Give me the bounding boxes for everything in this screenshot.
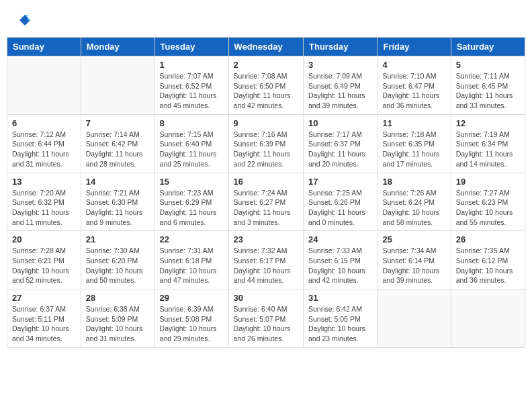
day-info: Sunrise: 7:14 AM Sunset: 6:42 PM Dayligh… xyxy=(86,130,150,169)
day-info: Sunrise: 7:19 AM Sunset: 6:34 PM Dayligh… xyxy=(456,130,520,169)
day-number: 20 xyxy=(12,234,76,244)
day-info: Sunrise: 7:16 AM Sunset: 6:39 PM Dayligh… xyxy=(234,130,298,169)
day-number: 29 xyxy=(160,293,224,303)
day-info: Sunrise: 7:33 AM Sunset: 6:15 PM Dayligh… xyxy=(308,246,372,285)
day-header-sunday: Sunday xyxy=(7,38,81,56)
calendar-cell: 14Sunrise: 7:21 AM Sunset: 6:30 PM Dayli… xyxy=(81,173,154,231)
day-number: 2 xyxy=(234,60,298,70)
day-number: 27 xyxy=(12,293,76,303)
week-row-5: 27Sunrise: 6:37 AM Sunset: 5:11 PM Dayli… xyxy=(7,289,525,348)
calendar-cell: 8Sunrise: 7:15 AM Sunset: 6:40 PM Daylig… xyxy=(154,114,228,173)
day-info: Sunrise: 7:07 AM Sunset: 6:52 PM Dayligh… xyxy=(160,71,224,111)
calendar-cell: 10Sunrise: 7:17 AM Sunset: 6:37 PM Dayli… xyxy=(304,114,378,173)
calendar-cell: 20Sunrise: 7:28 AM Sunset: 6:21 PM Dayli… xyxy=(7,231,81,289)
day-info: Sunrise: 7:17 AM Sunset: 6:37 PM Dayligh… xyxy=(308,130,372,169)
day-number: 16 xyxy=(234,177,298,187)
day-info: Sunrise: 7:24 AM Sunset: 6:27 PM Dayligh… xyxy=(234,188,298,228)
calendar-cell: 13Sunrise: 7:20 AM Sunset: 6:32 PM Dayli… xyxy=(7,173,81,231)
calendar-cell: 9Sunrise: 7:16 AM Sunset: 6:39 PM Daylig… xyxy=(228,114,303,173)
calendar-cell: 29Sunrise: 6:39 AM Sunset: 5:08 PM Dayli… xyxy=(154,289,228,348)
calendar-cell: 6Sunrise: 7:12 AM Sunset: 6:44 PM Daylig… xyxy=(7,114,81,173)
day-info: Sunrise: 7:31 AM Sunset: 6:18 PM Dayligh… xyxy=(160,246,224,285)
calendar-cell: 24Sunrise: 7:33 AM Sunset: 6:15 PM Dayli… xyxy=(304,231,378,289)
calendar-cell: 31Sunrise: 6:42 AM Sunset: 5:05 PM Dayli… xyxy=(304,289,378,348)
day-header-saturday: Saturday xyxy=(451,38,525,56)
day-info: Sunrise: 7:27 AM Sunset: 6:23 PM Dayligh… xyxy=(456,188,520,228)
day-number: 22 xyxy=(160,234,224,244)
calendar-cell: 25Sunrise: 7:34 AM Sunset: 6:14 PM Dayli… xyxy=(378,231,451,289)
day-number: 18 xyxy=(382,177,445,187)
day-info: Sunrise: 7:21 AM Sunset: 6:30 PM Dayligh… xyxy=(86,188,150,228)
calendar-table: SundayMondayTuesdayWednesdayThursdayFrid… xyxy=(7,37,525,348)
calendar-cell: 11Sunrise: 7:18 AM Sunset: 6:35 PM Dayli… xyxy=(378,114,451,173)
day-info: Sunrise: 7:15 AM Sunset: 6:40 PM Dayligh… xyxy=(160,130,224,169)
day-info: Sunrise: 7:26 AM Sunset: 6:24 PM Dayligh… xyxy=(382,188,445,228)
week-row-2: 6Sunrise: 7:12 AM Sunset: 6:44 PM Daylig… xyxy=(7,114,525,173)
day-number: 7 xyxy=(86,118,150,128)
day-number: 3 xyxy=(308,60,372,70)
day-info: Sunrise: 7:35 AM Sunset: 6:12 PM Dayligh… xyxy=(456,246,520,285)
calendar-cell: 22Sunrise: 7:31 AM Sunset: 6:18 PM Dayli… xyxy=(154,231,228,289)
day-info: Sunrise: 7:34 AM Sunset: 6:14 PM Dayligh… xyxy=(382,246,445,285)
day-info: Sunrise: 7:32 AM Sunset: 6:17 PM Dayligh… xyxy=(234,246,298,285)
day-info: Sunrise: 7:30 AM Sunset: 6:20 PM Dayligh… xyxy=(86,246,150,285)
day-info: Sunrise: 6:37 AM Sunset: 5:11 PM Dayligh… xyxy=(12,304,76,344)
day-number: 12 xyxy=(456,118,520,128)
calendar-cell: 7Sunrise: 7:14 AM Sunset: 6:42 PM Daylig… xyxy=(81,114,154,173)
calendar-cell: 28Sunrise: 6:38 AM Sunset: 5:09 PM Dayli… xyxy=(81,289,154,348)
day-number: 4 xyxy=(382,60,445,70)
day-info: Sunrise: 6:38 AM Sunset: 5:09 PM Dayligh… xyxy=(86,304,150,344)
day-info: Sunrise: 7:08 AM Sunset: 6:50 PM Dayligh… xyxy=(234,71,298,111)
day-info: Sunrise: 7:18 AM Sunset: 6:35 PM Dayligh… xyxy=(382,130,445,169)
day-info: Sunrise: 7:12 AM Sunset: 6:44 PM Dayligh… xyxy=(12,130,76,169)
day-number: 14 xyxy=(86,177,150,187)
calendar-cell: 18Sunrise: 7:26 AM Sunset: 6:24 PM Dayli… xyxy=(378,173,451,231)
calendar-cell: 23Sunrise: 7:32 AM Sunset: 6:17 PM Dayli… xyxy=(228,231,303,289)
week-row-3: 13Sunrise: 7:20 AM Sunset: 6:32 PM Dayli… xyxy=(7,173,525,231)
day-header-tuesday: Tuesday xyxy=(154,38,228,56)
calendar-cell: 12Sunrise: 7:19 AM Sunset: 6:34 PM Dayli… xyxy=(451,114,525,173)
calendar-cell xyxy=(451,289,525,348)
calendar-cell: 26Sunrise: 7:35 AM Sunset: 6:12 PM Dayli… xyxy=(451,231,525,289)
day-number: 10 xyxy=(308,118,372,128)
day-number: 28 xyxy=(86,293,150,303)
day-info: Sunrise: 7:20 AM Sunset: 6:32 PM Dayligh… xyxy=(12,188,76,228)
calendar-cell xyxy=(81,56,154,115)
day-info: Sunrise: 6:42 AM Sunset: 5:05 PM Dayligh… xyxy=(308,304,372,344)
week-row-1: 1Sunrise: 7:07 AM Sunset: 6:52 PM Daylig… xyxy=(7,56,525,115)
calendar-cell xyxy=(7,56,81,115)
day-number: 24 xyxy=(308,234,372,244)
day-number: 5 xyxy=(456,60,520,70)
calendar-cell: 3Sunrise: 7:09 AM Sunset: 6:49 PM Daylig… xyxy=(304,56,378,115)
calendar-cell: 17Sunrise: 7:25 AM Sunset: 6:26 PM Dayli… xyxy=(304,173,378,231)
day-info: Sunrise: 6:40 AM Sunset: 5:07 PM Dayligh… xyxy=(234,304,298,344)
day-number: 1 xyxy=(160,60,224,70)
day-number: 15 xyxy=(160,177,224,187)
day-number: 17 xyxy=(308,177,372,187)
calendar-cell: 1Sunrise: 7:07 AM Sunset: 6:52 PM Daylig… xyxy=(154,56,228,115)
day-header-wednesday: Wednesday xyxy=(228,38,303,56)
day-header-monday: Monday xyxy=(81,38,154,56)
calendar-cell: 15Sunrise: 7:23 AM Sunset: 6:29 PM Dayli… xyxy=(154,173,228,231)
day-number: 11 xyxy=(382,118,445,128)
day-number: 21 xyxy=(86,234,150,244)
day-number: 30 xyxy=(234,293,298,303)
day-header-friday: Friday xyxy=(378,38,451,56)
day-number: 6 xyxy=(12,118,76,128)
day-number: 23 xyxy=(234,234,298,244)
day-info: Sunrise: 7:28 AM Sunset: 6:21 PM Dayligh… xyxy=(12,246,76,285)
day-number: 31 xyxy=(308,293,372,303)
calendar-cell: 21Sunrise: 7:30 AM Sunset: 6:20 PM Dayli… xyxy=(81,231,154,289)
day-info: Sunrise: 7:23 AM Sunset: 6:29 PM Dayligh… xyxy=(160,188,224,228)
day-header-thursday: Thursday xyxy=(304,38,378,56)
day-number: 8 xyxy=(160,118,224,128)
logo xyxy=(17,13,32,30)
calendar-cell: 2Sunrise: 7:08 AM Sunset: 6:50 PM Daylig… xyxy=(228,56,303,115)
calendar-cell: 19Sunrise: 7:27 AM Sunset: 6:23 PM Dayli… xyxy=(451,173,525,231)
day-info: Sunrise: 7:25 AM Sunset: 6:26 PM Dayligh… xyxy=(308,188,372,228)
day-number: 19 xyxy=(456,177,520,187)
day-number: 26 xyxy=(456,234,520,244)
calendar-cell: 5Sunrise: 7:11 AM Sunset: 6:45 PM Daylig… xyxy=(451,56,525,115)
week-row-4: 20Sunrise: 7:28 AM Sunset: 6:21 PM Dayli… xyxy=(7,231,525,289)
day-info: Sunrise: 7:11 AM Sunset: 6:45 PM Dayligh… xyxy=(456,71,520,111)
